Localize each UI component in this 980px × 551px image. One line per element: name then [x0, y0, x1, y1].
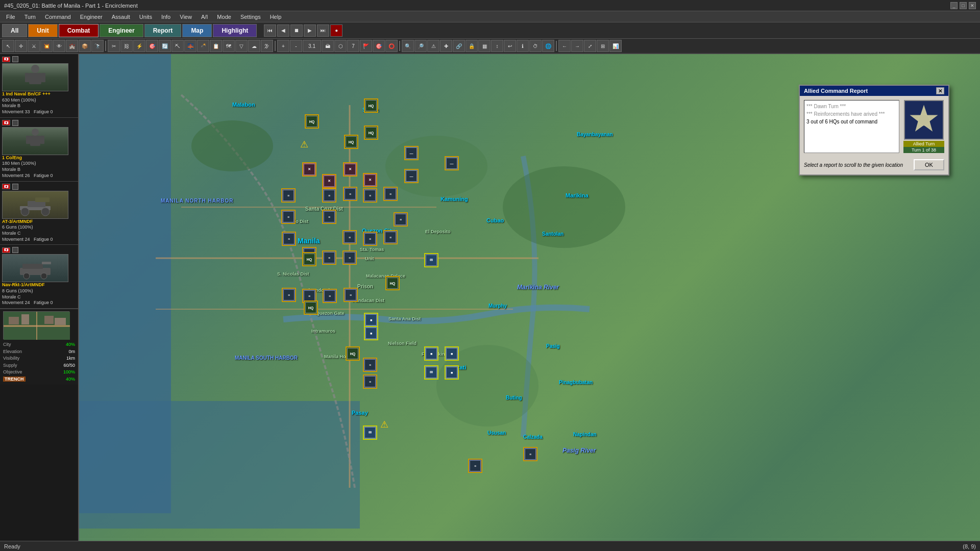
tab-all[interactable]: All — [2, 24, 27, 37]
unit-counter-pink-1[interactable]: ✕ — [302, 162, 316, 177]
maximize-button[interactable]: □ — [960, 2, 967, 9]
tool-rot[interactable]: ↩ — [504, 40, 516, 52]
ok-button[interactable]: OK — [914, 159, 944, 170]
tool-withdraw[interactable]: 🔄 — [159, 40, 171, 52]
unit-counter-allied-4[interactable]: ■ — [424, 346, 438, 361]
tool-grid[interactable]: ⊞ — [597, 40, 609, 52]
unit-counter-hq-2[interactable]: HQ — [364, 126, 378, 140]
unit-counter-bottom-1[interactable]: ≡ — [523, 447, 537, 461]
tool-supply[interactable]: 📦 — [79, 40, 91, 52]
playback-rewind[interactable]: ⏮ — [264, 24, 276, 37]
playback-stop[interactable]: ⏹ — [290, 24, 303, 37]
tool-search[interactable]: 🔍 — [402, 40, 414, 52]
tool-patrol[interactable]: 👁 — [53, 40, 65, 52]
unit-counter-south-1[interactable]: ✉ — [363, 425, 377, 440]
tool-zoom-in[interactable]: + — [277, 40, 289, 52]
menu-help[interactable]: Help — [266, 13, 286, 21]
tool-cmd2[interactable]: 🗺 — [223, 40, 235, 52]
tool-cross[interactable]: ✚ — [440, 40, 452, 52]
unit-counter-pink-3[interactable]: ✕ — [322, 174, 336, 188]
unit-counter-allied-3[interactable]: ■ — [364, 326, 378, 340]
unit-counter-pink-2[interactable]: ✕ — [343, 162, 357, 177]
tool-info[interactable]: ℹ — [517, 40, 529, 52]
unit-counter-blue-3[interactable]: ≡ — [343, 187, 357, 201]
tab-report[interactable]: Report — [144, 24, 182, 37]
unit-counter-map-4[interactable]: ≡ — [363, 232, 377, 246]
playback-end[interactable]: ⏭ — [317, 24, 329, 37]
tab-unit[interactable]: Unit — [28, 24, 57, 37]
tool-num[interactable]: 7 — [347, 40, 359, 52]
tool-warning[interactable]: ⚠ — [427, 40, 439, 52]
unit-counter-hq-south[interactable]: HQ — [304, 300, 318, 315]
unit-counter-blue-1[interactable]: ≡ — [281, 188, 296, 203]
tool-arrow-r[interactable]: → — [571, 40, 583, 52]
tool-target[interactable]: 🎯 — [373, 40, 385, 52]
unit-counter-hq-4[interactable]: HQ — [344, 135, 358, 149]
tool-cut[interactable]: ✂ — [108, 40, 120, 52]
tool-circle[interactable]: ⭕ — [385, 40, 398, 52]
tool-fortify[interactable]: 🏰 — [66, 40, 78, 52]
unit-counter-allied-2[interactable]: ■ — [364, 313, 378, 327]
tool-attack[interactable]: ⚔ — [28, 40, 40, 52]
unit-counter-bottom-2[interactable]: ≡ — [468, 459, 482, 473]
menu-view[interactable]: View — [176, 13, 196, 21]
tool-pointer[interactable]: ↖ — [2, 40, 14, 52]
tool-flag[interactable]: 🚩 — [360, 40, 372, 52]
tool-lock[interactable]: 🔒 — [465, 40, 478, 52]
tab-map[interactable]: Map — [182, 24, 212, 37]
unit-card-4[interactable]: 🇯🇵 Nav-Rkt-1/ArtMNDF 8 Guns (100%) — [0, 245, 78, 309]
unit-counter-map-1[interactable]: ≡ — [281, 210, 296, 224]
unit-counter-inf-1[interactable]: — — [404, 146, 419, 160]
unit-counter-allied-5[interactable]: ■ — [445, 346, 459, 361]
tool-entrench[interactable]: ⛏ — [172, 40, 184, 52]
unit-counter-blue-2[interactable]: ≡ — [322, 188, 336, 203]
unit-counter-hq-lower-3[interactable]: HQ — [346, 346, 360, 361]
menu-engineer[interactable]: Engineer — [76, 13, 107, 21]
menu-command[interactable]: Command — [41, 13, 75, 21]
unit-counter-lower-4[interactable]: ≡ — [344, 288, 358, 302]
unit-counter-hq-1[interactable]: HQ — [364, 98, 378, 113]
unit-card-2[interactable]: 🇯🇵 1 Co/Eng 180 Men (100%) Morale B M — [0, 118, 78, 182]
unit-counter-pink-4[interactable]: ✕ — [363, 173, 377, 187]
tool-split[interactable]: ⚡ — [133, 40, 145, 52]
tool-cmd1[interactable]: 📋 — [210, 40, 222, 52]
dialog-text-area[interactable]: *** Dawn Turn *** *** Reinforcements hav… — [804, 100, 899, 153]
tool-move2[interactable]: ↕ — [491, 40, 503, 52]
menu-file[interactable]: File — [2, 13, 19, 21]
unit-counter-blue-4[interactable]: ≡ — [363, 188, 377, 203]
tool-zoom2[interactable]: 🔎 — [414, 40, 427, 52]
unit-counter-inf-3[interactable]: — — [445, 156, 459, 170]
unit-counter-map-9[interactable]: ≡ — [322, 251, 336, 265]
window-controls[interactable]: _ □ ✕ — [950, 2, 976, 9]
unit-counter-lower-1[interactable]: ≡ — [282, 288, 296, 302]
unit-counter-hq-lower-2[interactable]: HQ — [385, 276, 400, 290]
unit-counter-map-6[interactable]: ≡ — [394, 212, 408, 227]
tool-arrows[interactable]: ⤢ — [584, 40, 596, 52]
unit-card-1[interactable]: 🇯🇵 1 Ind Naval Bn/CF +++ 630 Men (100%) — [0, 54, 78, 118]
tool-column[interactable]: ▦ — [478, 40, 491, 52]
tool-bombard[interactable]: 💥 — [40, 40, 53, 52]
menu-info[interactable]: Info — [157, 13, 175, 21]
allied-report-dialog[interactable]: Allied Command Report ✕ *** Dawn Turn **… — [799, 85, 949, 176]
unit-counter-map-7[interactable]: ≡ — [282, 232, 296, 246]
menu-settings[interactable]: Settings — [236, 13, 265, 21]
menu-ai[interactable]: A/I — [197, 13, 212, 21]
unit-counter-river-1[interactable]: ≡ — [363, 358, 377, 372]
menu-mode[interactable]: Mode — [213, 13, 235, 21]
playback-rec[interactable]: ● — [330, 24, 342, 37]
tool-mine[interactable]: 💣 — [197, 40, 209, 52]
tool-arrow-l[interactable]: ← — [558, 40, 571, 52]
tool-cmd3[interactable]: ☁ — [248, 40, 260, 52]
menu-assault[interactable]: Assault — [108, 13, 134, 21]
dialog-close-button[interactable]: ✕ — [936, 87, 944, 94]
unit-counter-allied-1[interactable]: ✉ — [424, 253, 438, 267]
map-area[interactable]: Malabon Saesa Bayanbayanan MANILA NORTH … — [79, 54, 980, 541]
unit-counter-inf-2[interactable]: — — [404, 169, 419, 183]
tool-recon[interactable]: 🔭 — [91, 40, 104, 52]
tool-hex[interactable]: ⬡ — [334, 40, 347, 52]
tool-filter[interactable]: ▽ — [235, 40, 248, 52]
tab-combat[interactable]: Combat — [59, 24, 99, 37]
tab-highlight[interactable]: Highlight — [213, 24, 257, 37]
tab-engineer[interactable]: Engineer — [100, 24, 143, 37]
tool-chart[interactable]: 📊 — [609, 40, 622, 52]
